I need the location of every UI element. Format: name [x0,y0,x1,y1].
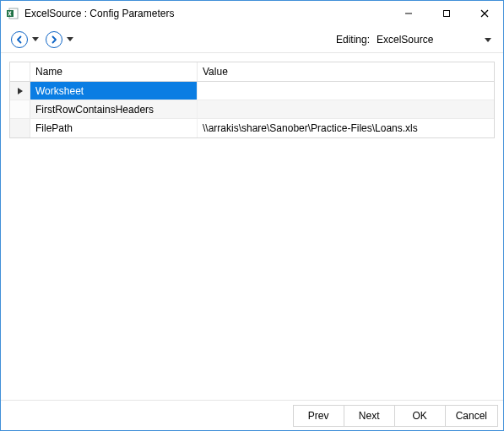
editing-value: ExcelSource [377,34,450,46]
minimize-button[interactable] [389,2,427,26]
column-header-name[interactable]: Name [30,62,198,81]
forward-dropdown-icon[interactable] [67,36,73,43]
current-row-icon [18,88,23,94]
ok-button[interactable]: OK [394,405,445,427]
editing-label: Editing: [336,34,370,46]
maximize-button[interactable] [427,2,465,26]
cell-name[interactable]: Worksheet [30,82,198,100]
svg-rect-3 [443,11,449,17]
close-button[interactable] [465,2,503,26]
row-header-column [10,62,30,81]
grid-row[interactable]: Worksheet [10,82,494,100]
dialog-window: ExcelSource : Config Parameters [0,0,504,431]
grid-row[interactable]: FilePath \\arrakis\share\Sanober\Practic… [10,119,494,137]
back-button[interactable] [11,31,28,48]
row-indicator-cell [10,82,30,100]
cell-value[interactable]: \\arrakis\share\Sanober\Practice-Files\L… [198,119,494,137]
cell-name[interactable]: FilePath [30,119,198,137]
app-excel-icon [6,7,19,20]
dialog-footer: Prev Next OK Cancel [1,400,503,430]
editing-selector[interactable]: Editing: ExcelSource [336,32,493,47]
cancel-button[interactable]: Cancel [445,405,498,427]
cell-name[interactable]: FirstRowContainsHeaders [30,100,198,118]
prev-button[interactable]: Prev [293,405,344,427]
cell-value[interactable] [198,82,494,100]
column-header-value[interactable]: Value [198,62,494,81]
forward-button[interactable] [46,31,62,48]
parameters-grid[interactable]: Name Value Worksheet FirstRowContainsHea… [9,62,495,138]
grid-row[interactable]: FirstRowContainsHeaders [10,100,494,119]
chevron-down-icon [485,34,491,46]
cell-value[interactable] [198,100,494,118]
next-button[interactable]: Next [344,405,394,427]
back-dropdown-icon[interactable] [32,36,39,43]
navigation-bar: Editing: ExcelSource [1,26,503,53]
titlebar: ExcelSource : Config Parameters [1,1,503,26]
row-indicator-cell [10,119,30,137]
window-controls [389,2,503,26]
content-area: Name Value Worksheet FirstRowContainsHea… [1,53,503,400]
row-indicator-cell [10,100,30,118]
grid-header: Name Value [10,62,494,82]
window-title: ExcelSource : Config Parameters [24,8,174,19]
